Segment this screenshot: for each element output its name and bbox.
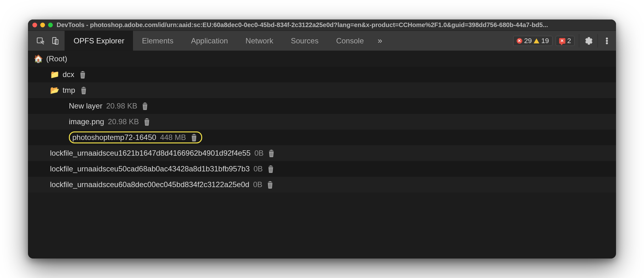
issues-counter[interactable]: ✕ 2	[556, 36, 575, 46]
svg-point-3	[606, 38, 608, 39]
tree-file[interactable]: New layer 20.98 KB	[28, 98, 616, 114]
file-name: photoshoptemp72-16450	[72, 133, 156, 142]
tab-label: Console	[336, 36, 364, 45]
file-name: image.png	[69, 117, 104, 126]
tree-file[interactable]: image.png 20.98 KB	[28, 114, 616, 130]
panel-tabs: OPFS Explorer Elements Application Netwo…	[65, 31, 387, 51]
tree-file[interactable]: lockfile_urnaaidsceu50cad68ab0ac43428a8d…	[28, 161, 616, 177]
delete-icon[interactable]	[267, 181, 274, 189]
file-size: 0B	[254, 149, 264, 158]
devtools-tabbar: OPFS Explorer Elements Application Netwo…	[28, 31, 616, 51]
inspect-element-icon[interactable]	[36, 36, 45, 46]
tree-file-highlighted[interactable]: photoshoptemp72-16450 448 MB	[28, 130, 616, 145]
delete-icon[interactable]	[79, 70, 86, 79]
tab-application[interactable]: Application	[182, 31, 236, 51]
issues-count: 2	[567, 37, 571, 45]
file-name: lockfile_urnaaidsceu60a8dec00ec045bd834f…	[50, 180, 249, 189]
root-label: (Root)	[46, 54, 67, 63]
file-name: lockfile_urnaaidsceu1621b1647d8d4166962b…	[50, 149, 251, 158]
file-name: New layer	[69, 102, 103, 110]
tab-label: Network	[246, 36, 273, 45]
tab-elements[interactable]: Elements	[133, 31, 182, 51]
delete-icon[interactable]	[80, 86, 87, 94]
warning-icon	[534, 38, 539, 43]
file-size: 20.98 KB	[108, 117, 139, 126]
chevron-right-icon: »	[378, 36, 382, 46]
tree-folder[interactable]: 📁 dcx	[28, 67, 616, 82]
delete-icon[interactable]	[143, 118, 150, 126]
file-size: 0B	[253, 180, 262, 189]
file-size: 448 MB	[160, 133, 186, 142]
file-size: 20.98 KB	[106, 102, 137, 110]
tree-folder[interactable]: 📂 tmp	[28, 82, 616, 98]
folder-open-icon: 📂	[50, 86, 59, 95]
tab-opfs-explorer[interactable]: OPFS Explorer	[65, 31, 133, 51]
tree-file[interactable]: lockfile_urnaaidsceu1621b1647d8d4166962b…	[28, 145, 616, 161]
error-icon: ✕	[517, 38, 522, 44]
folder-icon: 📁	[50, 70, 59, 79]
folder-name: dcx	[63, 70, 74, 79]
devtools-window: DevTools - photoshop.adobe.com/id/urn:aa…	[28, 19, 616, 259]
tab-label: Elements	[142, 36, 173, 45]
highlight-ring: photoshoptemp72-16450 448 MB	[69, 131, 202, 143]
issues-icon: ✕	[559, 38, 565, 44]
tabs-overflow-button[interactable]: »	[373, 31, 387, 51]
delete-icon[interactable]	[267, 165, 274, 173]
tab-sources[interactable]: Sources	[282, 31, 327, 51]
more-options-icon[interactable]	[602, 36, 612, 46]
device-toolbar-icon[interactable]	[51, 36, 60, 46]
titlebar: DevTools - photoshop.adobe.com/id/urn:aa…	[28, 19, 616, 31]
close-window-button[interactable]	[32, 23, 37, 27]
error-count: 29	[524, 37, 532, 45]
zoom-window-button[interactable]	[48, 23, 53, 27]
folder-name: tmp	[63, 86, 75, 95]
tree-file[interactable]: lockfile_urnaaidsceu60a8dec00ec045bd834f…	[28, 177, 616, 192]
window-title: DevTools - photoshop.adobe.com/id/urn:aa…	[57, 21, 612, 29]
window-controls	[32, 23, 53, 27]
file-size: 0B	[253, 164, 263, 173]
file-name: lockfile_urnaaidsceu50cad68ab0ac43428a8d…	[50, 164, 250, 173]
tab-network[interactable]: Network	[237, 31, 282, 51]
svg-point-5	[606, 42, 608, 44]
tab-console[interactable]: Console	[327, 31, 373, 51]
settings-gear-icon[interactable]	[584, 36, 593, 46]
tab-label: Application	[191, 36, 228, 45]
delete-icon[interactable]	[191, 133, 197, 142]
svg-point-4	[606, 40, 608, 41]
delete-icon[interactable]	[268, 149, 275, 157]
error-warning-counter[interactable]: ✕ 29 19	[513, 36, 552, 46]
opfs-tree: 🏠 (Root) 📁 dcx 📂 tmp New layer 20.98 KB	[28, 51, 616, 259]
home-icon: 🏠	[34, 54, 43, 63]
delete-icon[interactable]	[142, 102, 148, 110]
minimize-window-button[interactable]	[40, 23, 45, 27]
tab-label: Sources	[291, 36, 319, 45]
tree-root[interactable]: 🏠 (Root)	[28, 51, 616, 67]
svg-rect-1	[53, 37, 56, 44]
warning-count: 19	[541, 37, 549, 45]
tab-label: OPFS Explorer	[74, 36, 124, 45]
